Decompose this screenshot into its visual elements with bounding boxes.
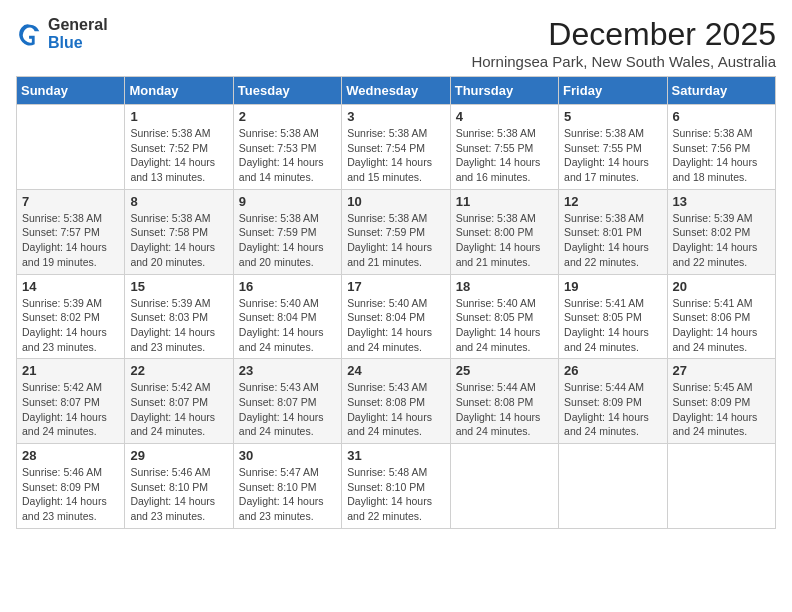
day-number: 20 [673, 279, 770, 294]
day-info: Sunrise: 5:39 AMSunset: 8:02 PMDaylight:… [673, 211, 770, 270]
day-info: Sunrise: 5:43 AMSunset: 8:07 PMDaylight:… [239, 380, 336, 439]
day-number: 24 [347, 363, 444, 378]
day-number: 19 [564, 279, 661, 294]
day-info: Sunrise: 5:38 AMSunset: 7:56 PMDaylight:… [673, 126, 770, 185]
day-info: Sunrise: 5:41 AMSunset: 8:06 PMDaylight:… [673, 296, 770, 355]
day-number: 11 [456, 194, 553, 209]
calendar-cell: 21Sunrise: 5:42 AMSunset: 8:07 PMDayligh… [17, 359, 125, 444]
calendar-cell: 27Sunrise: 5:45 AMSunset: 8:09 PMDayligh… [667, 359, 775, 444]
logo-blue-text: Blue [48, 34, 108, 52]
day-number: 3 [347, 109, 444, 124]
day-number: 7 [22, 194, 119, 209]
calendar-cell: 26Sunrise: 5:44 AMSunset: 8:09 PMDayligh… [559, 359, 667, 444]
day-info: Sunrise: 5:38 AMSunset: 7:57 PMDaylight:… [22, 211, 119, 270]
calendar-cell: 10Sunrise: 5:38 AMSunset: 7:59 PMDayligh… [342, 189, 450, 274]
day-of-week-header: Tuesday [233, 77, 341, 105]
calendar-cell: 5Sunrise: 5:38 AMSunset: 7:55 PMDaylight… [559, 105, 667, 190]
calendar-cell: 1Sunrise: 5:38 AMSunset: 7:52 PMDaylight… [125, 105, 233, 190]
day-of-week-header: Wednesday [342, 77, 450, 105]
day-info: Sunrise: 5:42 AMSunset: 8:07 PMDaylight:… [130, 380, 227, 439]
month-title: December 2025 [471, 16, 776, 53]
calendar-cell: 9Sunrise: 5:38 AMSunset: 7:59 PMDaylight… [233, 189, 341, 274]
day-number: 15 [130, 279, 227, 294]
logo-icon [16, 20, 44, 48]
calendar-cell: 19Sunrise: 5:41 AMSunset: 8:05 PMDayligh… [559, 274, 667, 359]
day-info: Sunrise: 5:38 AMSunset: 8:01 PMDaylight:… [564, 211, 661, 270]
calendar-week-row: 28Sunrise: 5:46 AMSunset: 8:09 PMDayligh… [17, 444, 776, 529]
day-number: 4 [456, 109, 553, 124]
calendar-cell [450, 444, 558, 529]
calendar-week-row: 21Sunrise: 5:42 AMSunset: 8:07 PMDayligh… [17, 359, 776, 444]
calendar-cell: 4Sunrise: 5:38 AMSunset: 7:55 PMDaylight… [450, 105, 558, 190]
day-info: Sunrise: 5:38 AMSunset: 7:55 PMDaylight:… [456, 126, 553, 185]
day-info: Sunrise: 5:46 AMSunset: 8:10 PMDaylight:… [130, 465, 227, 524]
calendar-cell: 3Sunrise: 5:38 AMSunset: 7:54 PMDaylight… [342, 105, 450, 190]
day-info: Sunrise: 5:44 AMSunset: 8:09 PMDaylight:… [564, 380, 661, 439]
title-block: December 2025 Horningsea Park, New South… [471, 16, 776, 70]
day-of-week-header: Monday [125, 77, 233, 105]
day-of-week-header: Sunday [17, 77, 125, 105]
calendar-cell: 12Sunrise: 5:38 AMSunset: 8:01 PMDayligh… [559, 189, 667, 274]
day-of-week-header: Thursday [450, 77, 558, 105]
calendar-cell: 6Sunrise: 5:38 AMSunset: 7:56 PMDaylight… [667, 105, 775, 190]
calendar-week-row: 14Sunrise: 5:39 AMSunset: 8:02 PMDayligh… [17, 274, 776, 359]
day-info: Sunrise: 5:38 AMSunset: 7:59 PMDaylight:… [239, 211, 336, 270]
day-number: 17 [347, 279, 444, 294]
day-info: Sunrise: 5:44 AMSunset: 8:08 PMDaylight:… [456, 380, 553, 439]
day-number: 13 [673, 194, 770, 209]
calendar-cell: 2Sunrise: 5:38 AMSunset: 7:53 PMDaylight… [233, 105, 341, 190]
day-info: Sunrise: 5:38 AMSunset: 7:55 PMDaylight:… [564, 126, 661, 185]
location-title: Horningsea Park, New South Wales, Austra… [471, 53, 776, 70]
calendar-cell: 18Sunrise: 5:40 AMSunset: 8:05 PMDayligh… [450, 274, 558, 359]
calendar-cell [559, 444, 667, 529]
day-info: Sunrise: 5:39 AMSunset: 8:03 PMDaylight:… [130, 296, 227, 355]
calendar-cell: 11Sunrise: 5:38 AMSunset: 8:00 PMDayligh… [450, 189, 558, 274]
calendar-cell [17, 105, 125, 190]
day-number: 21 [22, 363, 119, 378]
day-info: Sunrise: 5:40 AMSunset: 8:05 PMDaylight:… [456, 296, 553, 355]
day-info: Sunrise: 5:39 AMSunset: 8:02 PMDaylight:… [22, 296, 119, 355]
day-number: 8 [130, 194, 227, 209]
day-number: 25 [456, 363, 553, 378]
day-number: 14 [22, 279, 119, 294]
day-of-week-header: Friday [559, 77, 667, 105]
page-header: General Blue December 2025 Horningsea Pa… [16, 16, 776, 70]
calendar-cell: 7Sunrise: 5:38 AMSunset: 7:57 PMDaylight… [17, 189, 125, 274]
day-number: 28 [22, 448, 119, 463]
day-info: Sunrise: 5:38 AMSunset: 7:58 PMDaylight:… [130, 211, 227, 270]
day-info: Sunrise: 5:38 AMSunset: 7:59 PMDaylight:… [347, 211, 444, 270]
calendar-cell: 30Sunrise: 5:47 AMSunset: 8:10 PMDayligh… [233, 444, 341, 529]
calendar-week-row: 1Sunrise: 5:38 AMSunset: 7:52 PMDaylight… [17, 105, 776, 190]
calendar-table: SundayMondayTuesdayWednesdayThursdayFrid… [16, 76, 776, 529]
day-info: Sunrise: 5:48 AMSunset: 8:10 PMDaylight:… [347, 465, 444, 524]
calendar-header-row: SundayMondayTuesdayWednesdayThursdayFrid… [17, 77, 776, 105]
logo: General Blue [16, 16, 108, 51]
calendar-cell: 8Sunrise: 5:38 AMSunset: 7:58 PMDaylight… [125, 189, 233, 274]
calendar-cell: 25Sunrise: 5:44 AMSunset: 8:08 PMDayligh… [450, 359, 558, 444]
day-info: Sunrise: 5:41 AMSunset: 8:05 PMDaylight:… [564, 296, 661, 355]
logo-text: General Blue [48, 16, 108, 51]
day-of-week-header: Saturday [667, 77, 775, 105]
day-info: Sunrise: 5:40 AMSunset: 8:04 PMDaylight:… [239, 296, 336, 355]
calendar-cell: 24Sunrise: 5:43 AMSunset: 8:08 PMDayligh… [342, 359, 450, 444]
calendar-cell: 13Sunrise: 5:39 AMSunset: 8:02 PMDayligh… [667, 189, 775, 274]
day-info: Sunrise: 5:46 AMSunset: 8:09 PMDaylight:… [22, 465, 119, 524]
day-number: 16 [239, 279, 336, 294]
day-info: Sunrise: 5:38 AMSunset: 7:53 PMDaylight:… [239, 126, 336, 185]
calendar-cell: 23Sunrise: 5:43 AMSunset: 8:07 PMDayligh… [233, 359, 341, 444]
day-info: Sunrise: 5:47 AMSunset: 8:10 PMDaylight:… [239, 465, 336, 524]
day-info: Sunrise: 5:38 AMSunset: 7:54 PMDaylight:… [347, 126, 444, 185]
calendar-cell: 31Sunrise: 5:48 AMSunset: 8:10 PMDayligh… [342, 444, 450, 529]
day-number: 31 [347, 448, 444, 463]
day-number: 2 [239, 109, 336, 124]
logo-general-text: General [48, 16, 108, 34]
day-number: 23 [239, 363, 336, 378]
day-info: Sunrise: 5:43 AMSunset: 8:08 PMDaylight:… [347, 380, 444, 439]
day-number: 10 [347, 194, 444, 209]
day-info: Sunrise: 5:38 AMSunset: 7:52 PMDaylight:… [130, 126, 227, 185]
calendar-cell: 15Sunrise: 5:39 AMSunset: 8:03 PMDayligh… [125, 274, 233, 359]
day-number: 9 [239, 194, 336, 209]
day-number: 18 [456, 279, 553, 294]
calendar-cell: 28Sunrise: 5:46 AMSunset: 8:09 PMDayligh… [17, 444, 125, 529]
day-number: 12 [564, 194, 661, 209]
